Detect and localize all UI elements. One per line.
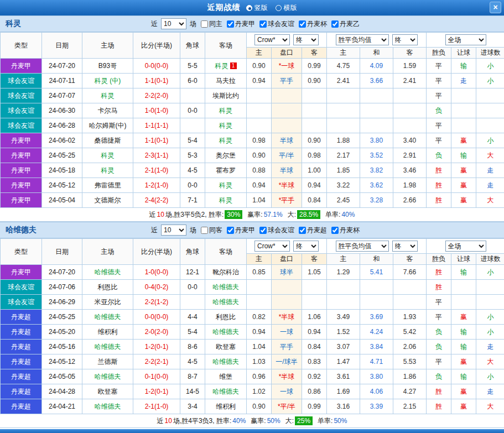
odds-home-cell: 1.03: [247, 354, 272, 369]
league-cell: 丹麦超: [1, 399, 42, 414]
summary-bar: 近10场,胜3平5负2, 胜率:30%赢率:57.1%大:28.5%单率:40%: [0, 208, 504, 222]
handicap-subheader: 盘口: [272, 254, 302, 265]
league-filter[interactable]: 丹麦甲: [227, 19, 255, 29]
handicap-result-cell: 走: [451, 74, 476, 88]
radio-horizontal[interactable]: 横版: [276, 3, 297, 13]
avg-home-cell: 3.49: [327, 310, 360, 325]
handicap-result-cell: 输: [451, 265, 476, 280]
score-cell: 1-2(0-1): [133, 384, 180, 399]
handicap-subheader: 盘口: [272, 48, 302, 59]
corner-cell: 5-5: [180, 59, 205, 74]
date-cell: 24-05-05: [42, 369, 82, 384]
odds-home-cell: 0.82: [247, 310, 272, 325]
away-team-cell: 哈维德夫: [205, 384, 247, 399]
odd-rate-label: 单率:: [325, 210, 340, 220]
avg-draw-cell: 3.39: [360, 399, 393, 414]
table-row: 丹麦甲24-05-04文德斯尔2-4(2-2)7-1科灵1.04*平手0.842…: [1, 193, 504, 208]
result-cell: 胜: [427, 265, 451, 280]
league-checkbox[interactable]: [299, 20, 306, 28]
date-cell: 24-07-20: [42, 265, 82, 280]
odds-company-select[interactable]: Crow*: [254, 34, 290, 45]
score-cell: 0-0(0-0): [133, 310, 180, 325]
avg-draw-cell: 5.41: [360, 265, 393, 280]
handicap-cell: 一球: [272, 325, 302, 340]
table-row: 丹麦超24-05-16哈维德夫1-2(0-1)8-6欧登塞1.04平手0.843…: [1, 340, 504, 354]
league-filter[interactable]: 丹麦超: [299, 226, 327, 235]
team-section: 哈维德夫近10场同客丹麦甲球会友谊丹麦超丹麦杯类型日期主场比分(半场)角球客场C…: [0, 222, 504, 428]
avg-time-select[interactable]: 终: [392, 241, 418, 252]
recent-count-select[interactable]: 10: [161, 225, 186, 236]
odds-time-select[interactable]: 终: [293, 241, 319, 252]
handicap-result-cell: [451, 295, 476, 310]
score-cell: 2-4(2-2): [133, 193, 180, 208]
home-team-cell: 科灵 (中): [82, 74, 133, 88]
league-filter[interactable]: 丹麦杯: [331, 226, 360, 235]
odds-away-cell: 1.06: [302, 310, 327, 325]
handicap-cell: 平手: [272, 74, 302, 88]
score-cell: 2-0(2-0): [133, 325, 180, 340]
avg-type-select[interactable]: 胜平负均值: [336, 34, 389, 45]
goals-result-cell: 小: [476, 265, 504, 280]
goals-result-cell: [476, 295, 504, 310]
avg-home-cell: [327, 118, 360, 133]
close-icon[interactable]: ×: [490, 2, 501, 13]
league-filter[interactable]: 丹麦杯: [299, 19, 327, 29]
home-team-cell: 维积利: [82, 325, 133, 340]
same-venue-checkbox[interactable]: [201, 20, 208, 28]
league-checkbox[interactable]: [299, 227, 306, 234]
odds-away-cell: 1.05: [302, 265, 327, 280]
league-filter[interactable]: 球会友谊: [259, 226, 294, 235]
league-checkbox[interactable]: [331, 227, 339, 234]
odds-home-cell: [247, 118, 272, 133]
league-checkbox[interactable]: [331, 20, 339, 28]
league-checkbox[interactable]: [259, 227, 267, 234]
odds-company-select[interactable]: Crow*: [254, 241, 290, 252]
table-row: 球会友谊24-07-07科灵2-2(2-0)埃斯比约平: [1, 88, 504, 103]
league-checkbox[interactable]: [259, 20, 267, 28]
avg-draw-cell: 4.24: [360, 325, 393, 340]
away-team-cell: 马夫拉: [205, 74, 247, 88]
corner-cell: [180, 88, 205, 103]
home-team-cell: 科灵: [82, 148, 133, 163]
table-row: 球会友谊24-07-11科灵 (中)1-1(0-1)6-0马夫拉0.94平手0.…: [1, 74, 504, 88]
same-venue-filter[interactable]: 同主: [201, 19, 222, 29]
league-filter[interactable]: 丹麦甲: [227, 226, 255, 235]
date-cell: 24-06-29: [42, 295, 82, 310]
corner-header: 角球: [180, 239, 205, 265]
same-venue-filter[interactable]: 同客: [201, 226, 222, 235]
scope-select[interactable]: 全场: [445, 34, 486, 45]
handicap-result-cell: 输: [451, 369, 476, 384]
section-header: 哈维德夫近10场同客丹麦甲球会友谊丹麦超丹麦杯: [0, 222, 504, 238]
corner-cell: 5-3: [180, 148, 205, 163]
league-checkbox[interactable]: [227, 227, 234, 234]
league-cell: 丹麦甲: [1, 148, 42, 163]
handicap-cell: 一/球半: [272, 354, 302, 369]
league-filter-label: 丹麦超: [307, 226, 327, 235]
goals-result-cell: 大: [476, 193, 504, 208]
result-cell: 胜: [427, 399, 451, 414]
scope-select[interactable]: 全场: [445, 241, 486, 252]
avg-away-cell: 3.46: [393, 163, 427, 178]
away-header: 客场: [205, 33, 247, 59]
goals-result-cell: 小: [476, 310, 504, 325]
radio-vertical[interactable]: 竖版: [246, 3, 268, 13]
avg-draw-cell: [360, 118, 393, 133]
league-filter[interactable]: 球会友谊: [259, 19, 294, 29]
league-cell: 丹麦超: [1, 369, 42, 384]
avg-draw-cell: [360, 88, 393, 103]
avg-away-cell: 1.93: [393, 310, 427, 325]
league-checkbox[interactable]: [227, 20, 234, 28]
goals-result-cell: 走: [476, 178, 504, 193]
recent-count-select[interactable]: 10: [161, 18, 186, 29]
avg-time-select[interactable]: 终: [392, 34, 418, 45]
odds-time-select[interactable]: 终: [293, 34, 319, 45]
result-subheader: 胜负: [427, 254, 451, 265]
handicap-rate-label: 赢率:: [251, 416, 266, 426]
away-team-cell: 科灵: [205, 178, 247, 193]
big-rate-value: 25%: [295, 416, 313, 425]
league-filter[interactable]: 丹麦乙: [331, 19, 360, 29]
avg-type-select[interactable]: 胜平负均值: [336, 241, 389, 252]
radio-unselected-icon: [276, 5, 282, 11]
same-venue-checkbox[interactable]: [201, 227, 208, 234]
home-team-cell: 米亚尔比: [82, 295, 133, 310]
